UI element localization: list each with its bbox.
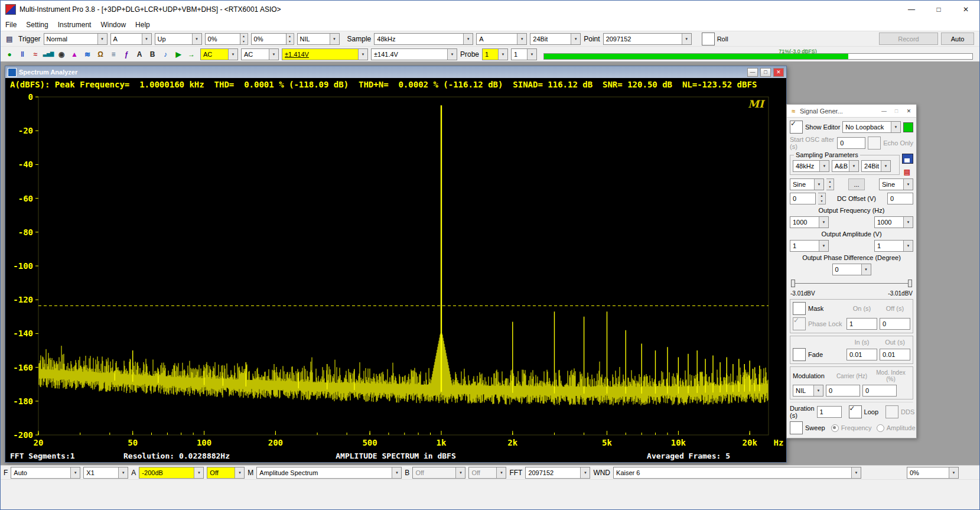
probe-a-select[interactable]: 1▼ — [482, 48, 508, 60]
save-icon[interactable] — [902, 154, 913, 164]
label-a-icon[interactable]: A — [134, 48, 145, 60]
maximize-icon[interactable]: □ — [925, 1, 952, 18]
trigger-level-stepper[interactable]: 0%▲▼ — [205, 33, 248, 45]
maximize-icon[interactable]: □ — [760, 68, 771, 77]
title-bar[interactable]: Multi-Instrument Pro 3.8 - [+3DP+DLG+LCR… — [1, 1, 979, 18]
slider-thumb-a[interactable] — [791, 280, 795, 287]
mod-index-input[interactable]: 0 — [862, 385, 897, 397]
sample-points-select[interactable]: 2097152▼ — [603, 33, 692, 45]
data-logger-icon[interactable]: ≋ — [82, 48, 93, 60]
slider-thumb-b[interactable] — [908, 280, 912, 287]
gen-bits-select[interactable]: 24Bit▼ — [861, 160, 891, 172]
close-icon[interactable]: ✕ — [904, 106, 914, 115]
main-display-select[interactable]: Amplitude Spectrum▼ — [256, 467, 402, 479]
mask-off-input[interactable]: 0 — [880, 318, 910, 330]
minimize-icon[interactable]: — — [898, 1, 925, 18]
waveform-library-icon[interactable]: ▤ — [902, 167, 912, 176]
spinner-icon[interactable]: ▲▼ — [240, 33, 248, 45]
hold-icon[interactable]: ‖ — [17, 48, 28, 60]
fade-out-input[interactable]: 0.01 — [880, 349, 910, 360]
sample-rate-select[interactable]: 48kHz▼ — [374, 33, 473, 45]
a-range-select[interactable]: -200dB▼ — [139, 467, 204, 479]
mask-checkbox[interactable]: Mask — [793, 302, 844, 315]
phase-lock-checkbox[interactable]: Phase Lock — [793, 317, 844, 330]
run-icon[interactable]: ● — [4, 48, 15, 60]
oscilloscope-icon[interactable]: ≈ — [30, 48, 41, 60]
minimize-icon[interactable]: — — [879, 106, 889, 115]
trigger-edge-select[interactable]: Up▼ — [155, 33, 202, 45]
frequency-a-select[interactable]: 1000▼ — [790, 216, 829, 228]
amplitude-a-select[interactable]: 1▼ — [790, 240, 829, 252]
amplitude-slider[interactable] — [791, 279, 912, 288]
spectrum-window-titlebar[interactable]: Spectrum Analyzer — □ ✕ — [5, 66, 786, 78]
show-editor-checkbox[interactable]: Show Editor — [790, 121, 840, 134]
channel-b-coupling-select[interactable]: AC▼ — [241, 48, 279, 60]
sweep-frequency-radio[interactable]: Frequency — [831, 424, 872, 432]
mask-on-input[interactable]: 1 — [846, 318, 877, 330]
trigger-source-select[interactable]: A▼ — [110, 33, 152, 45]
menu-file[interactable]: File — [1, 20, 21, 30]
roll-checkbox[interactable]: Roll — [702, 33, 728, 46]
window-function-select[interactable]: Kaiser 6▼ — [613, 467, 861, 479]
trigger-page-icon[interactable]: ▤ — [4, 33, 15, 45]
label-b-icon[interactable]: B — [146, 48, 158, 60]
restart-icon[interactable]: → — [185, 48, 197, 60]
trigger-delay-stepper[interactable]: 0%▲▼ — [251, 33, 294, 45]
dds-checkbox[interactable]: DDS — [885, 405, 914, 418]
fade-checkbox[interactable]: Fade — [793, 348, 844, 361]
sweep-checkbox[interactable]: Sweep — [790, 421, 825, 434]
sample-channel-select[interactable]: A▼ — [476, 33, 527, 45]
echo-only-checkbox[interactable]: Echo Only — [868, 137, 913, 150]
loop-checkbox[interactable]: Loop — [849, 405, 878, 418]
probe-b-select[interactable]: 1▼ — [511, 48, 537, 60]
sample-bits-select[interactable]: 24Bit▼ — [530, 33, 581, 45]
channel-a-coupling-select[interactable]: AC▼ — [200, 48, 238, 60]
modulation-type-select[interactable]: NIL▼ — [793, 385, 823, 397]
channel-b-range-select[interactable]: ±141.4V▼ — [371, 48, 457, 60]
spinner-icon[interactable]: ▲▼ — [286, 33, 294, 45]
wave-b-select[interactable]: Sine▼ — [879, 178, 913, 190]
amplitude-b-select[interactable]: 1▼ — [874, 240, 913, 252]
trigger-coupling-select[interactable]: NIL▼ — [297, 33, 340, 45]
menu-instrument[interactable]: Instrument — [53, 20, 96, 30]
wave-spinner-icon[interactable]: ▲▼ — [826, 178, 834, 190]
gen-rate-select[interactable]: 48kHz▼ — [793, 160, 829, 172]
dc-offset-a-input[interactable]: 0 — [790, 193, 816, 204]
duration-input[interactable]: 1 — [817, 406, 842, 418]
dc-spinner-icon[interactable]: ▲▼ — [818, 193, 826, 204]
signal-generator-titlebar[interactable]: ≈ Signal Gener... — □ ✕ — [787, 105, 916, 118]
record-button[interactable]: Record — [879, 33, 938, 45]
maximize-icon[interactable]: □ — [891, 106, 901, 115]
fade-in-input[interactable]: 0.01 — [846, 349, 877, 360]
spectrum-plot[interactable]: 0-20-40-60-80-100-120-140-160-180-200205… — [5, 91, 786, 462]
phase-difference-select[interactable]: 0▼ — [832, 264, 871, 275]
close-icon[interactable]: ✕ — [952, 1, 979, 18]
gen-channels-select[interactable]: A&B▼ — [832, 160, 859, 172]
channel-a-range-select[interactable]: ±1.414V▼ — [282, 48, 368, 60]
derived-data-curve-icon[interactable]: ƒ — [121, 48, 132, 60]
carrier-input[interactable]: 0 — [826, 385, 860, 397]
b-mode-select[interactable]: Off▼ — [468, 467, 506, 479]
menu-window[interactable]: Window — [96, 20, 131, 30]
play-icon[interactable]: ▶ — [172, 48, 184, 60]
trigger-mode-select[interactable]: Normal▼ — [44, 33, 108, 45]
frequency-b-select[interactable]: 1000▼ — [874, 216, 913, 228]
b-range-select[interactable]: Off▼ — [412, 467, 465, 479]
wave-a-select[interactable]: Sine▼ — [790, 178, 824, 190]
sweep-amplitude-radio[interactable]: Amplitude — [877, 424, 916, 432]
menu-help[interactable]: Help — [131, 20, 155, 30]
sound-output-icon[interactable]: ♪ — [159, 48, 171, 60]
a-mode-select[interactable]: Off▼ — [207, 467, 245, 479]
output-on-indicator[interactable] — [903, 122, 913, 132]
spectrum-analyzer-icon[interactable]: ▃▅▇ — [43, 48, 54, 60]
loopback-select[interactable]: No Loopback▼ — [842, 121, 901, 133]
overlap-select[interactable]: 0%▼ — [907, 467, 959, 479]
zoom-select[interactable]: X1▼ — [83, 467, 128, 479]
auto-button[interactable]: Auto — [941, 33, 974, 45]
dc-offset-b-input[interactable]: 0 — [887, 193, 913, 204]
multimeter-icon[interactable]: ◉ — [56, 48, 67, 60]
close-icon[interactable]: ✕ — [773, 68, 784, 77]
frequency-axis-select[interactable]: Auto▼ — [11, 467, 80, 479]
start-osc-input[interactable]: 0 — [837, 137, 865, 149]
minimize-icon[interactable]: — — [747, 68, 758, 77]
